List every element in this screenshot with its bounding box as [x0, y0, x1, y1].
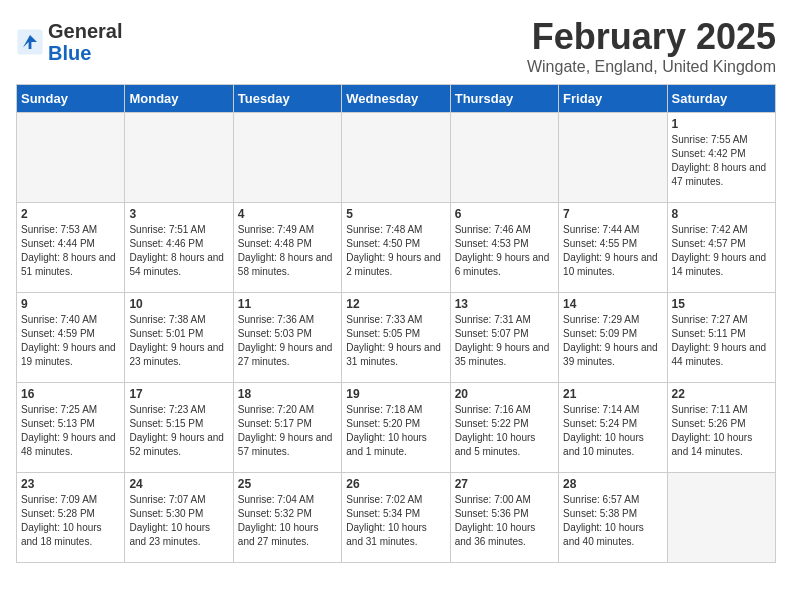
- day-info: Sunrise: 7:07 AM Sunset: 5:30 PM Dayligh…: [129, 493, 228, 549]
- calendar-cell: 9Sunrise: 7:40 AM Sunset: 4:59 PM Daylig…: [17, 293, 125, 383]
- calendar-cell: 2Sunrise: 7:53 AM Sunset: 4:44 PM Daylig…: [17, 203, 125, 293]
- day-info: Sunrise: 7:16 AM Sunset: 5:22 PM Dayligh…: [455, 403, 554, 459]
- day-number: 3: [129, 207, 228, 221]
- calendar-cell: 26Sunrise: 7:02 AM Sunset: 5:34 PM Dayli…: [342, 473, 450, 563]
- day-number: 17: [129, 387, 228, 401]
- day-info: Sunrise: 7:09 AM Sunset: 5:28 PM Dayligh…: [21, 493, 120, 549]
- calendar-cell: 16Sunrise: 7:25 AM Sunset: 5:13 PM Dayli…: [17, 383, 125, 473]
- day-info: Sunrise: 7:25 AM Sunset: 5:13 PM Dayligh…: [21, 403, 120, 459]
- calendar-cell: 7Sunrise: 7:44 AM Sunset: 4:55 PM Daylig…: [559, 203, 667, 293]
- calendar-cell: [342, 113, 450, 203]
- day-number: 27: [455, 477, 554, 491]
- col-header-tuesday: Tuesday: [233, 85, 341, 113]
- day-number: 5: [346, 207, 445, 221]
- calendar-cell: 6Sunrise: 7:46 AM Sunset: 4:53 PM Daylig…: [450, 203, 558, 293]
- day-info: Sunrise: 7:51 AM Sunset: 4:46 PM Dayligh…: [129, 223, 228, 279]
- page-header: General Blue February 2025 Wingate, Engl…: [16, 16, 776, 76]
- calendar-cell: 3Sunrise: 7:51 AM Sunset: 4:46 PM Daylig…: [125, 203, 233, 293]
- day-number: 4: [238, 207, 337, 221]
- calendar-week-row: 1Sunrise: 7:55 AM Sunset: 4:42 PM Daylig…: [17, 113, 776, 203]
- day-number: 15: [672, 297, 771, 311]
- calendar-cell: 17Sunrise: 7:23 AM Sunset: 5:15 PM Dayli…: [125, 383, 233, 473]
- day-number: 6: [455, 207, 554, 221]
- day-info: Sunrise: 7:18 AM Sunset: 5:20 PM Dayligh…: [346, 403, 445, 459]
- day-number: 21: [563, 387, 662, 401]
- day-number: 1: [672, 117, 771, 131]
- day-info: Sunrise: 7:29 AM Sunset: 5:09 PM Dayligh…: [563, 313, 662, 369]
- calendar-cell: [233, 113, 341, 203]
- calendar-cell: [667, 473, 775, 563]
- calendar-cell: 24Sunrise: 7:07 AM Sunset: 5:30 PM Dayli…: [125, 473, 233, 563]
- calendar-week-row: 2Sunrise: 7:53 AM Sunset: 4:44 PM Daylig…: [17, 203, 776, 293]
- calendar-cell: 11Sunrise: 7:36 AM Sunset: 5:03 PM Dayli…: [233, 293, 341, 383]
- day-info: Sunrise: 7:36 AM Sunset: 5:03 PM Dayligh…: [238, 313, 337, 369]
- day-info: Sunrise: 7:33 AM Sunset: 5:05 PM Dayligh…: [346, 313, 445, 369]
- calendar-cell: 14Sunrise: 7:29 AM Sunset: 5:09 PM Dayli…: [559, 293, 667, 383]
- logo-blue: Blue: [48, 42, 91, 64]
- calendar-week-row: 16Sunrise: 7:25 AM Sunset: 5:13 PM Dayli…: [17, 383, 776, 473]
- calendar-cell: 12Sunrise: 7:33 AM Sunset: 5:05 PM Dayli…: [342, 293, 450, 383]
- calendar-cell: 21Sunrise: 7:14 AM Sunset: 5:24 PM Dayli…: [559, 383, 667, 473]
- calendar-cell: 19Sunrise: 7:18 AM Sunset: 5:20 PM Dayli…: [342, 383, 450, 473]
- day-number: 7: [563, 207, 662, 221]
- day-number: 2: [21, 207, 120, 221]
- day-number: 10: [129, 297, 228, 311]
- day-number: 23: [21, 477, 120, 491]
- day-info: Sunrise: 6:57 AM Sunset: 5:38 PM Dayligh…: [563, 493, 662, 549]
- calendar-cell: 1Sunrise: 7:55 AM Sunset: 4:42 PM Daylig…: [667, 113, 775, 203]
- day-number: 25: [238, 477, 337, 491]
- calendar-cell: 27Sunrise: 7:00 AM Sunset: 5:36 PM Dayli…: [450, 473, 558, 563]
- day-info: Sunrise: 7:14 AM Sunset: 5:24 PM Dayligh…: [563, 403, 662, 459]
- calendar-cell: 15Sunrise: 7:27 AM Sunset: 5:11 PM Dayli…: [667, 293, 775, 383]
- calendar-cell: 23Sunrise: 7:09 AM Sunset: 5:28 PM Dayli…: [17, 473, 125, 563]
- day-number: 24: [129, 477, 228, 491]
- day-info: Sunrise: 7:00 AM Sunset: 5:36 PM Dayligh…: [455, 493, 554, 549]
- day-info: Sunrise: 7:49 AM Sunset: 4:48 PM Dayligh…: [238, 223, 337, 279]
- day-number: 18: [238, 387, 337, 401]
- calendar-cell: 4Sunrise: 7:49 AM Sunset: 4:48 PM Daylig…: [233, 203, 341, 293]
- calendar-cell: 8Sunrise: 7:42 AM Sunset: 4:57 PM Daylig…: [667, 203, 775, 293]
- calendar-week-row: 9Sunrise: 7:40 AM Sunset: 4:59 PM Daylig…: [17, 293, 776, 383]
- calendar-header-row: SundayMondayTuesdayWednesdayThursdayFrid…: [17, 85, 776, 113]
- calendar-table: SundayMondayTuesdayWednesdayThursdayFrid…: [16, 84, 776, 563]
- calendar-cell: [125, 113, 233, 203]
- day-number: 12: [346, 297, 445, 311]
- day-info: Sunrise: 7:40 AM Sunset: 4:59 PM Dayligh…: [21, 313, 120, 369]
- calendar-cell: 22Sunrise: 7:11 AM Sunset: 5:26 PM Dayli…: [667, 383, 775, 473]
- calendar-cell: 10Sunrise: 7:38 AM Sunset: 5:01 PM Dayli…: [125, 293, 233, 383]
- day-number: 22: [672, 387, 771, 401]
- day-info: Sunrise: 7:44 AM Sunset: 4:55 PM Dayligh…: [563, 223, 662, 279]
- calendar-cell: 13Sunrise: 7:31 AM Sunset: 5:07 PM Dayli…: [450, 293, 558, 383]
- calendar-cell: 28Sunrise: 6:57 AM Sunset: 5:38 PM Dayli…: [559, 473, 667, 563]
- month-title: February 2025: [527, 16, 776, 58]
- day-number: 11: [238, 297, 337, 311]
- day-number: 28: [563, 477, 662, 491]
- calendar-cell: [17, 113, 125, 203]
- day-number: 13: [455, 297, 554, 311]
- logo-general: General: [48, 20, 122, 42]
- day-number: 8: [672, 207, 771, 221]
- col-header-monday: Monday: [125, 85, 233, 113]
- calendar-week-row: 23Sunrise: 7:09 AM Sunset: 5:28 PM Dayli…: [17, 473, 776, 563]
- day-number: 26: [346, 477, 445, 491]
- day-number: 19: [346, 387, 445, 401]
- day-info: Sunrise: 7:04 AM Sunset: 5:32 PM Dayligh…: [238, 493, 337, 549]
- title-section: February 2025 Wingate, England, United K…: [527, 16, 776, 76]
- calendar-cell: 20Sunrise: 7:16 AM Sunset: 5:22 PM Dayli…: [450, 383, 558, 473]
- calendar-cell: 5Sunrise: 7:48 AM Sunset: 4:50 PM Daylig…: [342, 203, 450, 293]
- location-title: Wingate, England, United Kingdom: [527, 58, 776, 76]
- day-info: Sunrise: 7:38 AM Sunset: 5:01 PM Dayligh…: [129, 313, 228, 369]
- day-info: Sunrise: 7:42 AM Sunset: 4:57 PM Dayligh…: [672, 223, 771, 279]
- day-info: Sunrise: 7:31 AM Sunset: 5:07 PM Dayligh…: [455, 313, 554, 369]
- day-info: Sunrise: 7:46 AM Sunset: 4:53 PM Dayligh…: [455, 223, 554, 279]
- day-info: Sunrise: 7:53 AM Sunset: 4:44 PM Dayligh…: [21, 223, 120, 279]
- col-header-sunday: Sunday: [17, 85, 125, 113]
- day-info: Sunrise: 7:55 AM Sunset: 4:42 PM Dayligh…: [672, 133, 771, 189]
- day-number: 9: [21, 297, 120, 311]
- day-info: Sunrise: 7:11 AM Sunset: 5:26 PM Dayligh…: [672, 403, 771, 459]
- day-info: Sunrise: 7:48 AM Sunset: 4:50 PM Dayligh…: [346, 223, 445, 279]
- calendar-cell: 25Sunrise: 7:04 AM Sunset: 5:32 PM Dayli…: [233, 473, 341, 563]
- day-number: 14: [563, 297, 662, 311]
- day-number: 16: [21, 387, 120, 401]
- day-number: 20: [455, 387, 554, 401]
